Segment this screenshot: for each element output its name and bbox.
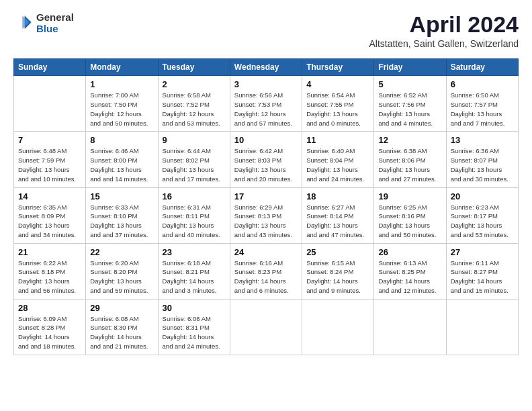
sunset-text: Sunset: 8:28 PM [18, 324, 65, 331]
table-row [14, 76, 86, 132]
cell-info: Sunrise: 6:48 AMSunset: 7:59 PMDaylight:… [18, 146, 81, 183]
day-number: 14 [18, 191, 81, 201]
daylight-minutes: and and 12 minutes. [378, 287, 436, 294]
table-row: 8Sunrise: 6:46 AMSunset: 8:00 PMDaylight… [86, 132, 158, 187]
daylight-hours: Daylight: 14 hours [163, 277, 214, 285]
table-row: 23Sunrise: 6:18 AMSunset: 8:21 PMDayligh… [158, 243, 230, 299]
table-row: 27Sunrise: 6:11 AMSunset: 8:27 PMDayligh… [446, 243, 518, 299]
cell-info: Sunrise: 6:13 AMSunset: 8:25 PMDaylight:… [378, 259, 441, 295]
calendar-title: April 2024 [369, 12, 519, 37]
table-row: 5Sunrise: 6:52 AMSunset: 7:56 PMDaylight… [374, 76, 446, 132]
table-row [446, 299, 518, 355]
header-saturday: Saturday [446, 59, 518, 76]
calendar-table: Sunday Monday Tuesday Wednesday Thursday… [13, 58, 519, 355]
cell-info: Sunrise: 6:58 AMSunset: 7:52 PMDaylight:… [163, 91, 226, 128]
sunset-text: Sunset: 8:20 PM [90, 268, 137, 275]
day-number: 21 [18, 247, 81, 257]
daylight-hours: Daylight: 13 hours [163, 166, 214, 173]
sunset-text: Sunset: 7:55 PM [306, 101, 353, 108]
table-row [230, 299, 302, 355]
sunrise-text: Sunrise: 6:08 AM [90, 315, 138, 322]
cell-info: Sunrise: 6:56 AMSunset: 7:53 PMDaylight:… [234, 91, 298, 128]
logo-text: General Blue [36, 12, 74, 34]
day-number: 23 [163, 247, 226, 257]
day-number: 9 [163, 135, 226, 145]
day-number: 26 [378, 247, 441, 257]
table-row: 3Sunrise: 6:56 AMSunset: 7:53 PMDaylight… [230, 76, 302, 132]
daylight-hours: Daylight: 13 hours [451, 166, 502, 173]
daylight-hours: Daylight: 13 hours [306, 166, 358, 173]
day-number: 7 [18, 135, 81, 145]
sunset-text: Sunset: 8:00 PM [90, 156, 137, 164]
sunrise-text: Sunrise: 6:48 AM [18, 147, 66, 154]
logo: General Blue [13, 12, 74, 34]
table-row: 30Sunrise: 6:06 AMSunset: 8:31 PMDayligh… [158, 299, 230, 355]
cell-info: Sunrise: 6:42 AMSunset: 8:03 PMDaylight:… [234, 146, 298, 183]
sunset-text: Sunset: 8:04 PM [306, 156, 353, 164]
sunset-text: Sunset: 7:59 PM [18, 156, 65, 164]
daylight-minutes: and and 30 minutes. [451, 175, 508, 183]
sunset-text: Sunset: 7:52 PM [163, 101, 210, 108]
sunrise-text: Sunrise: 6:20 AM [90, 259, 138, 267]
cell-info: Sunrise: 6:33 AMSunset: 8:10 PMDaylight:… [90, 203, 153, 240]
daylight-minutes: and and 40 minutes. [163, 231, 220, 238]
calendar-week-row: 7Sunrise: 6:48 AMSunset: 7:59 PMDaylight… [14, 132, 519, 187]
day-number: 15 [90, 191, 153, 201]
daylight-minutes: and and 15 minutes. [451, 287, 508, 294]
cell-info: Sunrise: 6:44 AMSunset: 8:02 PMDaylight:… [163, 146, 226, 183]
sunset-text: Sunset: 8:21 PM [163, 268, 210, 275]
sunset-text: Sunset: 8:18 PM [18, 268, 65, 275]
sunset-text: Sunset: 8:03 PM [234, 156, 281, 164]
table-row [302, 299, 374, 355]
daylight-hours: Daylight: 14 hours [306, 277, 358, 285]
table-row: 15Sunrise: 6:33 AMSunset: 8:10 PMDayligh… [86, 187, 158, 243]
day-number: 11 [306, 135, 369, 145]
cell-info: Sunrise: 6:27 AMSunset: 8:14 PMDaylight:… [306, 203, 369, 240]
day-number: 4 [306, 79, 369, 89]
sunset-text: Sunset: 8:13 PM [234, 212, 281, 220]
calendar-week-row: 14Sunrise: 6:35 AMSunset: 8:09 PMDayligh… [14, 187, 519, 243]
cell-info: Sunrise: 6:38 AMSunset: 8:06 PMDaylight:… [378, 146, 441, 183]
daylight-minutes: and and 37 minutes. [90, 231, 148, 238]
table-row: 12Sunrise: 6:38 AMSunset: 8:06 PMDayligh… [374, 132, 446, 187]
daylight-hours: Daylight: 14 hours [234, 277, 286, 285]
sunrise-text: Sunrise: 6:42 AM [234, 147, 283, 154]
sunset-text: Sunset: 8:31 PM [163, 324, 210, 331]
day-number: 10 [234, 135, 298, 145]
day-number: 30 [163, 303, 226, 313]
sunset-text: Sunset: 8:07 PM [451, 156, 498, 164]
daylight-minutes: and and 50 minutes. [90, 120, 148, 127]
daylight-hours: Daylight: 13 hours [378, 166, 430, 173]
cell-info: Sunrise: 6:16 AMSunset: 8:23 PMDaylight:… [234, 259, 298, 295]
daylight-minutes: and and 53 minutes. [163, 120, 220, 127]
table-row: 19Sunrise: 6:25 AMSunset: 8:16 PMDayligh… [374, 187, 446, 243]
daylight-hours: Daylight: 13 hours [234, 222, 286, 229]
daylight-hours: Daylight: 13 hours [90, 277, 142, 285]
daylight-minutes: and and 24 minutes. [306, 175, 364, 183]
sunrise-text: Sunrise: 6:40 AM [306, 147, 355, 154]
day-number: 1 [90, 79, 153, 89]
logo-icon [13, 13, 34, 34]
table-row: 22Sunrise: 6:20 AMSunset: 8:20 PMDayligh… [86, 243, 158, 299]
day-number: 12 [378, 135, 441, 145]
daylight-minutes: and and 59 minutes. [90, 287, 148, 294]
daylight-minutes: and and 4 minutes. [378, 120, 433, 127]
sunset-text: Sunset: 7:53 PM [234, 101, 281, 108]
daylight-hours: Daylight: 13 hours [163, 222, 214, 229]
sunset-text: Sunset: 8:11 PM [163, 212, 210, 220]
daylight-hours: Daylight: 13 hours [18, 166, 70, 173]
daylight-minutes: and and 27 minutes. [378, 175, 436, 183]
daylight-hours: Daylight: 13 hours [18, 277, 70, 285]
logo-blue: Blue [36, 24, 74, 35]
sunset-text: Sunset: 8:17 PM [451, 212, 498, 220]
table-row: 11Sunrise: 6:40 AMSunset: 8:04 PMDayligh… [302, 132, 374, 187]
daylight-minutes: and and 18 minutes. [18, 342, 76, 350]
daylight-minutes: and and 56 minutes. [18, 287, 76, 294]
daylight-hours: Daylight: 13 hours [378, 222, 430, 229]
day-number: 28 [18, 303, 81, 313]
cell-info: Sunrise: 6:11 AMSunset: 8:27 PMDaylight:… [451, 259, 514, 295]
daylight-hours: Daylight: 13 hours [451, 222, 502, 229]
table-row: 17Sunrise: 6:29 AMSunset: 8:13 PMDayligh… [230, 187, 302, 243]
sunrise-text: Sunrise: 6:06 AM [163, 315, 211, 322]
calendar-week-row: 21Sunrise: 6:22 AMSunset: 8:18 PMDayligh… [14, 243, 519, 299]
